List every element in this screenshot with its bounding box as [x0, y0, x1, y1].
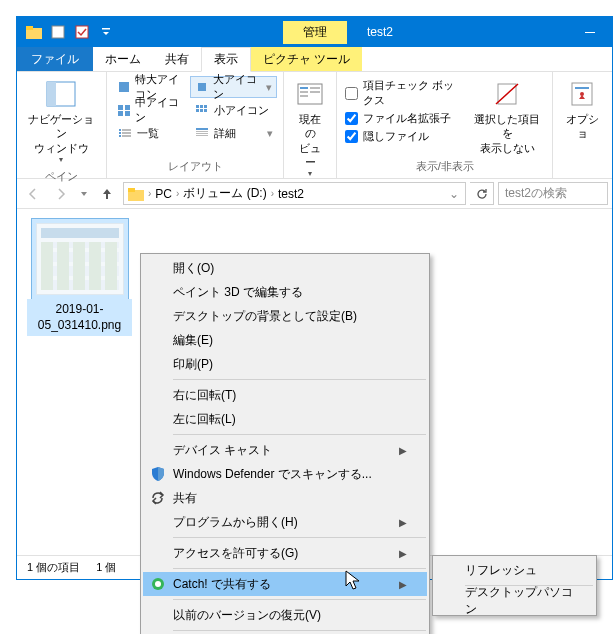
svg-rect-18	[200, 109, 203, 112]
svg-rect-16	[204, 105, 207, 108]
navigation-pane-button[interactable]: ナビゲーション ウィンドウ ▾	[23, 76, 100, 167]
pin-icon[interactable]	[47, 21, 69, 43]
svg-rect-31	[300, 87, 308, 89]
check-item-checkboxes[interactable]: 項目チェック ボックス	[345, 78, 463, 108]
crumb-pc[interactable]: PC	[153, 187, 174, 201]
ctx-paint3d[interactable]: ペイント 3D で編集する	[143, 280, 427, 304]
manage-tab-header[interactable]: 管理	[283, 21, 347, 44]
layout-large[interactable]: 大アイコン▾	[190, 76, 277, 98]
shield-icon	[149, 465, 167, 483]
check-hidden[interactable]: 隠しファイル	[345, 129, 463, 144]
ctx-rotate-left[interactable]: 左に回転(L)	[143, 407, 427, 431]
checkbox-hidden[interactable]	[345, 130, 358, 143]
ctx-edit[interactable]: 編集(E)	[143, 328, 427, 352]
chevron-right-icon: ▶	[399, 548, 407, 559]
separator	[173, 599, 426, 600]
svg-rect-42	[128, 188, 135, 192]
context-submenu: リフレッシュ デスクトップパソコン	[432, 555, 597, 616]
status-item-count: 1 個の項目	[27, 560, 80, 575]
tab-share[interactable]: 共有	[153, 47, 201, 71]
ctx-catch-share[interactable]: Catch! で共有する▶	[143, 572, 427, 596]
tab-view[interactable]: 表示	[201, 47, 251, 72]
options-icon	[566, 78, 598, 110]
svg-rect-10	[118, 105, 123, 110]
checkbox-item-checkboxes[interactable]	[345, 87, 358, 100]
chevron-right-icon[interactable]: ›	[271, 188, 274, 199]
breadcrumb[interactable]: › PC › ボリューム (D:) › test2 ⌄	[123, 182, 466, 205]
hide-selected-button[interactable]: 選択した項目を 表示しない	[469, 76, 546, 157]
separator	[173, 568, 426, 569]
sub-desktop-pc[interactable]: デスクトップパソコン	[435, 589, 594, 613]
svg-rect-3	[76, 26, 88, 38]
options-button[interactable]: オプショ	[559, 76, 606, 143]
forward-button[interactable]	[49, 182, 73, 206]
svg-rect-39	[575, 87, 589, 89]
crumb-folder[interactable]: test2	[276, 187, 306, 201]
ctx-previous-versions[interactable]: 以前のバージョンの復元(V)	[143, 603, 427, 627]
crumb-volume[interactable]: ボリューム (D:)	[181, 185, 268, 202]
ribbon-group-pane: ナビゲーション ウィンドウ ▾ ペイン	[17, 72, 107, 178]
svg-rect-2	[52, 26, 64, 38]
svg-rect-33	[300, 95, 308, 97]
svg-rect-29	[196, 135, 208, 136]
tab-picture-tools[interactable]: ピクチャ ツール	[251, 47, 362, 71]
check-extensions[interactable]: ファイル名拡張子	[345, 111, 463, 126]
file-name[interactable]: 2019-01-05_031410.png	[27, 299, 132, 336]
search-input[interactable]: test2の検索	[498, 182, 608, 205]
current-view-button[interactable]: 現在の ビュー ▾	[290, 76, 330, 182]
svg-rect-19	[204, 109, 207, 112]
separator	[173, 434, 426, 435]
checkbox-extensions[interactable]	[345, 112, 358, 125]
layout-small[interactable]: 小アイコン	[190, 99, 277, 121]
svg-rect-4	[102, 28, 110, 30]
up-button[interactable]	[95, 182, 119, 206]
qat-dropdown-icon[interactable]	[95, 21, 117, 43]
tab-file[interactable]: ファイル	[17, 47, 93, 71]
chevron-down-icon: ▾	[308, 169, 312, 179]
svg-rect-11	[125, 105, 130, 110]
ctx-open-with[interactable]: プログラムから開く(H)▶	[143, 510, 427, 534]
svg-rect-24	[119, 135, 121, 137]
ribbon-group-options: オプショ	[553, 72, 612, 178]
group-label-show-hide: 表示/非表示	[343, 157, 546, 176]
back-button[interactable]	[21, 182, 45, 206]
separator	[173, 379, 426, 380]
svg-rect-8	[119, 82, 129, 92]
svg-rect-15	[200, 105, 203, 108]
svg-rect-26	[196, 128, 208, 130]
chevron-right-icon[interactable]: ›	[176, 188, 179, 199]
file-item[interactable]: 2019-01-05_031410.png	[27, 219, 132, 336]
sub-refresh[interactable]: リフレッシュ	[435, 558, 594, 582]
file-thumbnail[interactable]	[32, 219, 128, 299]
history-dropdown[interactable]	[77, 182, 91, 206]
svg-rect-34	[310, 87, 320, 89]
share-icon	[149, 489, 167, 507]
svg-rect-17	[196, 109, 199, 112]
svg-rect-9	[198, 83, 206, 91]
ctx-print[interactable]: 印刷(P)	[143, 352, 427, 376]
ctx-open[interactable]: 開く(O)	[143, 256, 427, 280]
ctx-rotate-right[interactable]: 右に回転(T)	[143, 383, 427, 407]
ctx-wallpaper[interactable]: デスクトップの背景として設定(B)	[143, 304, 427, 328]
properties-icon[interactable]	[71, 21, 93, 43]
titlebar: 管理 test2	[17, 17, 612, 47]
refresh-button[interactable]	[470, 182, 494, 205]
address-bar: › PC › ボリューム (D:) › test2 ⌄ test2の検索	[17, 179, 612, 209]
group-label-layout: レイアウト	[113, 157, 278, 176]
chevron-right-icon: ▶	[399, 445, 407, 456]
folder-icon	[23, 21, 45, 43]
chevron-right-icon: ▶	[399, 517, 407, 528]
ctx-cast[interactable]: デバイス キャスト▶	[143, 438, 427, 462]
ctx-defender[interactable]: Windows Defender でスキャンする...	[143, 462, 427, 486]
ctx-access[interactable]: アクセスを許可する(G)▶	[143, 541, 427, 565]
hide-selected-icon	[491, 78, 523, 110]
layout-list[interactable]: 一覧	[113, 122, 188, 144]
layout-details[interactable]: 詳細▾	[190, 122, 277, 144]
tab-home[interactable]: ホーム	[93, 47, 153, 71]
layout-medium[interactable]: 中アイコン	[113, 99, 188, 121]
medium-icon	[117, 103, 131, 117]
chevron-right-icon[interactable]: ›	[148, 188, 151, 199]
breadcrumb-dropdown[interactable]: ⌄	[449, 187, 463, 201]
ctx-share[interactable]: 共有	[143, 486, 427, 510]
minimize-button[interactable]	[567, 17, 612, 47]
